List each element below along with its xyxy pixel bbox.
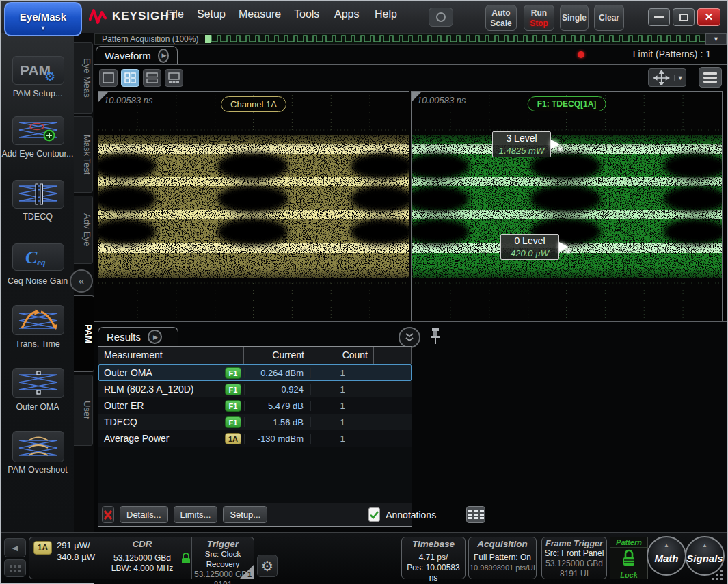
channel-1a-badge: 1A [33,541,52,555]
triangle-up-icon: ▲ [686,542,723,548]
cdr-section[interactable]: CDR 53.125000 GBd LBW: 4.000 MHz [105,537,179,574]
layout-thumbnails-button[interactable] [165,69,183,87]
measurement-name: Outer ER [98,400,225,411]
status-strip [94,45,727,64]
graticule-f1-tdecq[interactable]: 10.00583 ns F1: TDECQ[1A] 3 Level 1.4825… [411,91,723,321]
pattern-acquisition-label: Pattern Acquisition (100%) [95,34,205,44]
menu-setup[interactable]: Setup [197,8,226,21]
screenshot-camera-button[interactable] [429,8,453,27]
sidebar-item-label: PAM Overshoot [1,465,74,475]
pan-tool-button[interactable]: ▼ [648,68,686,87]
play-icon[interactable]: ▶ [158,49,169,63]
collapse-sidebar-button[interactable]: « [70,269,93,293]
menu-help[interactable]: Help [375,8,397,21]
measurement-current: 0.264 dBm [244,368,310,378]
details-button[interactable]: Details... [120,506,168,523]
auto-scale-button[interactable]: Auto Scale [485,5,517,31]
sidebar-item-label: PAM Setup... [1,89,74,99]
results-tab-label: Results [107,331,141,343]
math-button[interactable]: ▲ Math [647,536,686,576]
source-badge-1a: 1A [225,433,241,444]
source-badge-f1: F1 [225,400,241,412]
tab-waveform[interactable]: Waveform ▶ [96,46,178,64]
mode-selector-button[interactable]: Eye/Mask ▼ [4,2,82,36]
settings-button[interactable]: ⚙ [257,555,278,577]
tab-user[interactable]: User [74,375,93,446]
tab-pam[interactable]: PAM [74,295,94,372]
clear-button[interactable]: Clear [594,5,624,31]
table-row-outer-oma[interactable]: Outer OMA F1 0.264 dBm 1 [98,364,412,381]
results-layout-button[interactable] [466,506,485,523]
pattern-lock-indicator[interactable]: Pattern Lock [610,537,648,579]
pam-setup-icon: PAM ⚙ [17,59,59,82]
table-row-outer-er[interactable]: Outer ER F1 5.479 dB 1 [98,397,412,414]
close-button[interactable]: ✕ [697,8,720,26]
sidebar-item-pam-setup[interactable]: PAM ⚙ [12,56,64,85]
table-row-tdecq[interactable]: TDECQ F1 1.56 dB 1 [98,414,412,430]
play-icon[interactable]: ▶ [148,330,162,344]
sidebar-item-ceq-noise-gain[interactable]: Ceq [12,243,64,271]
run-stop-button[interactable]: Run Stop [524,5,554,31]
pattern-bar-dropdown-button[interactable]: ▼ [705,33,727,45]
table-row-rlm[interactable]: RLM (802.3 A_120D) F1 0.924 1 [98,381,412,397]
sidebar-item-label: Add Eye Contour... [1,149,74,159]
double-chevron-down-icon [404,332,415,343]
menu-measure[interactable]: Measure [239,8,281,21]
pan-tool-dropdown[interactable]: ▼ [674,75,686,81]
minimize-button[interactable] [648,8,670,26]
menu-tools[interactable]: Tools [294,8,319,21]
maximize-button[interactable] [673,8,695,26]
tab-mask-test[interactable]: Mask Test [74,116,93,193]
cdr-title: CDR [105,539,179,549]
resize-grip-icon[interactable] [712,570,724,581]
layout-rows-button[interactable] [143,69,161,87]
pin-results-button[interactable] [429,327,442,345]
tab-eye-meas[interactable]: Eye Meas [74,42,93,114]
layout-grid-button[interactable] [121,69,139,87]
pin-icon [429,327,442,345]
measurement-current: -130 mdBm [244,434,310,444]
column-count[interactable]: Count [310,347,374,364]
display-menu-button[interactable] [699,67,722,88]
limit-status-text: Limit (Patterns) : 1 [633,49,711,59]
pattern-acquisition-bar: Pattern Acquisition (100%) [94,33,727,45]
column-measurement[interactable]: Measurement [98,347,244,364]
sidebar-item-trans-time[interactable] [12,305,64,335]
frame-trigger-panel[interactable]: Frame Trigger Src: Front Panel 53.125000… [541,537,607,579]
panel-grid-button[interactable] [4,559,26,577]
delete-measurement-button[interactable] [102,506,114,523]
setup-button[interactable]: Setup... [223,506,267,523]
source-badge-f1: F1 [225,367,241,379]
sidebar-item-outer-oma[interactable] [12,368,64,398]
acquisition-panel[interactable]: Acquisition Full Pattern: On 10.98998901… [468,537,537,579]
single-button[interactable]: Single [560,5,589,31]
signal-status-panel[interactable]: 1A 291 µW/ 340.8 µW CDR 53.125000 GBd LB… [29,537,254,579]
column-current[interactable]: Current [244,347,310,364]
scroll-left-button[interactable]: ◀ [4,538,26,557]
tab-adv-eye[interactable]: Adv Eye [74,196,93,264]
menu-file[interactable]: File [166,8,184,21]
add-eye-contour-icon [18,119,59,142]
source-label-channel-1a[interactable]: Channel 1A [221,96,286,112]
results-table-panel: Measurement Current Count Outer OMA F1 0… [98,346,412,527]
timestamp: 10.00583 ns [417,95,466,105]
timestamp: 10.00583 ns [104,95,153,105]
layout-single-button[interactable] [99,69,118,87]
maximize-icon [679,14,688,21]
menu-apps[interactable]: Apps [334,8,359,21]
limits-button[interactable]: Limits... [174,506,218,523]
sidebar-item-add-eye-contour[interactable] [12,116,64,145]
measurement-current: 5.479 dB [244,401,310,411]
annotations-checkbox[interactable] [368,507,380,522]
sidebar-item-tdecq[interactable] [12,180,64,209]
annotation-3-level[interactable]: 3 Level 1.4825 mW [492,131,551,157]
collapse-results-button[interactable] [399,327,420,348]
auto-scale-label-1: Auto [491,8,510,18]
table-row-average-power[interactable]: Average Power 1A -130 mdBm 1 [98,430,412,447]
source-label-f1-tdecq[interactable]: F1: TDECQ[1A] [528,96,606,111]
annotation-0-level[interactable]: 0 Level 420.0 µW [500,234,559,260]
timebase-panel[interactable]: Timebase 4.71 ps/ Pos: 10.00583 ns [401,537,466,579]
graticule-channel-1a[interactable]: 10.00583 ns Channel 1A [98,91,409,321]
sidebar-item-pam-overshoot[interactable] [12,431,64,462]
tab-results[interactable]: Results ▶ [98,327,178,346]
